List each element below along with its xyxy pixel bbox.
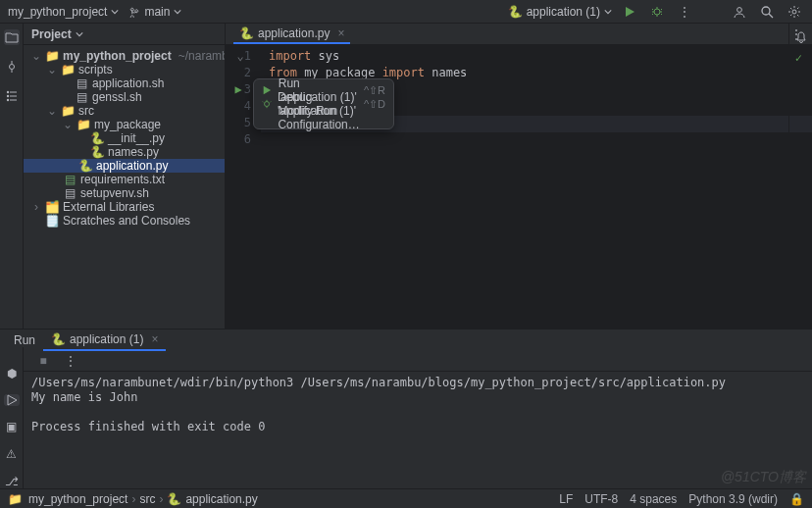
tree-external-libs[interactable]: › 🗂️ External Libraries (24, 200, 225, 214)
source-folder-icon: 📁 (61, 104, 75, 118)
branch-icon (128, 6, 140, 18)
svg-point-6 (6, 95, 8, 97)
folder-icon: 📁 (45, 49, 59, 63)
top-bar: my_python_project main 🐍 application (1)… (0, 0, 812, 24)
problems-icon[interactable]: ⚠ (4, 447, 20, 461)
status-bar: 📁 my_python_project › src › 🐍 applicatio… (0, 488, 812, 508)
tree-src[interactable]: ⌄ 📁 src (24, 104, 225, 118)
tree-genssl-sh[interactable]: ▤ genssl.sh (24, 90, 225, 104)
more-button[interactable]: ⋮ (675, 2, 694, 22)
editor-tab[interactable]: 🐍 application.py × (233, 24, 350, 44)
context-menu: Run 'application (1)' ^⇧R Debug 'applica… (253, 78, 394, 129)
shortcut: ^⇧R (364, 84, 385, 97)
expand-icon[interactable]: ⌄ (47, 104, 57, 118)
notifications-icon[interactable] (793, 29, 809, 45)
project-pane-title[interactable]: Project (31, 27, 83, 41)
svg-point-7 (6, 99, 8, 101)
python-icon: 🐍 (239, 26, 254, 40)
file-icon: ▤ (75, 90, 88, 104)
run-gutter-icon[interactable]: ▶ (235, 82, 242, 96)
tree-init-py[interactable]: 🐍 __init__.py (24, 131, 225, 145)
code-with-me-icon[interactable] (730, 2, 749, 22)
project-tree: ⌄ 📁 my_python_project ~/narambu/blogs/my… (24, 45, 225, 231)
expand-icon[interactable]: › (31, 200, 41, 214)
library-icon: 🗂️ (45, 200, 59, 214)
chevron-down-icon (604, 8, 612, 16)
tree-application-py[interactable]: 🐍 application.py (24, 159, 225, 173)
python-icon: 🐍 (90, 145, 104, 159)
commit-tool-icon[interactable] (4, 59, 20, 75)
gear-icon[interactable] (785, 2, 804, 22)
chevron-down-icon (174, 8, 181, 16)
git-icon[interactable]: ⎇ (4, 475, 20, 488)
run-button[interactable] (620, 2, 639, 22)
terminal-icon[interactable]: ▣ (4, 420, 20, 433)
python-console-icon[interactable]: ⬢ (4, 367, 20, 381)
svg-point-8 (265, 102, 270, 107)
tree-scratches[interactable]: 🗒️ Scratches and Consoles (24, 214, 225, 228)
package-icon: 📁 (76, 118, 90, 131)
structure-tool-icon[interactable] (4, 88, 20, 104)
line-number: 6 (226, 132, 261, 149)
close-icon[interactable]: × (337, 26, 344, 40)
close-icon[interactable]: × (151, 332, 158, 346)
expand-icon[interactable]: ⌄ (47, 63, 57, 76)
bug-icon (262, 99, 272, 109)
project-tool-icon[interactable] (4, 29, 20, 45)
console-line: /Users/ms/narambunet/wdir/bin/python3 /U… (31, 376, 806, 390)
line-number: ⌄1 (226, 49, 261, 66)
python-icon: 🐍 (167, 492, 181, 506)
scratches-icon: 🗒️ (45, 214, 59, 228)
python-icon: 🐍 (51, 332, 66, 346)
folder-icon: 📁 (8, 492, 23, 506)
right-tool-rail (788, 24, 812, 329)
text-file-icon: ▤ (63, 173, 76, 186)
lock-icon[interactable]: 🔒 (789, 492, 804, 506)
chevron-right-icon: › (131, 492, 135, 506)
tree-application-sh[interactable]: ▤ application.sh (24, 76, 225, 90)
vcs-branch[interactable]: main (128, 5, 181, 19)
branch-name: main (144, 5, 170, 19)
editor-area: 🐍 application.py × ⋮ ⌄1 2 ▶3 4 5 6 impor… (226, 24, 812, 329)
tab-label: application.py (258, 26, 330, 40)
left-tool-rail (0, 24, 24, 329)
run-configuration-selector[interactable]: 🐍 application (1) (508, 5, 612, 19)
stop-icon[interactable]: ■ (33, 351, 53, 371)
run-tool-icon[interactable] (4, 394, 20, 406)
python-icon: 🐍 (78, 159, 92, 173)
console-line: My name is John (31, 390, 806, 405)
run-config-name: application (1) (527, 5, 600, 19)
tree-root[interactable]: ⌄ 📁 my_python_project ~/narambu/blogs/my… (24, 49, 225, 63)
left-rail-lower: ⬢ ▣ ⚠ ⎇ (0, 347, 24, 488)
tree-names-py[interactable]: 🐍 names.py (24, 145, 225, 159)
tree-setupvenv[interactable]: ▤ setupvenv.sh (24, 186, 225, 200)
console-line (31, 405, 806, 420)
status-encoding[interactable]: UTF-8 (584, 492, 618, 506)
debug-button[interactable] (647, 2, 667, 22)
search-icon[interactable] (757, 2, 777, 22)
chevron-right-icon: › (159, 492, 163, 506)
tree-my-package[interactable]: ⌄ 📁 my_package (24, 118, 225, 131)
project-selector[interactable]: my_python_project (8, 5, 119, 19)
run-tab-app[interactable]: 🐍 application (1) × (43, 330, 166, 351)
svg-point-2 (762, 7, 770, 15)
python-icon: 🐍 (90, 131, 104, 145)
chevron-down-icon (111, 8, 119, 16)
file-icon: ▤ (75, 76, 88, 90)
expand-icon[interactable]: ⌄ (63, 118, 73, 131)
python-icon: 🐍 (508, 5, 523, 19)
status-indent[interactable]: 4 spaces (630, 492, 677, 506)
expand-icon[interactable]: ⌄ (31, 49, 41, 63)
tree-requirements[interactable]: ▤ requirements.txt (24, 173, 225, 186)
status-line-ending[interactable]: LF (559, 492, 573, 506)
svg-point-1 (737, 7, 742, 12)
more-icon[interactable]: ⋮ (61, 351, 80, 371)
status-interpreter[interactable]: Python 3.9 (wdir) (688, 492, 778, 506)
tree-scripts[interactable]: ⌄ 📁 scripts (24, 63, 225, 76)
breadcrumb[interactable]: my_python_project › src › 🐍 application.… (28, 492, 258, 506)
code-line (269, 132, 804, 149)
file-icon: ▤ (63, 186, 76, 200)
menu-modify-config[interactable]: Modify Run Configuration… (254, 111, 393, 125)
root-path: ~/narambu/blogs/my_python_ (178, 49, 225, 63)
code-line: import sys (269, 49, 804, 66)
